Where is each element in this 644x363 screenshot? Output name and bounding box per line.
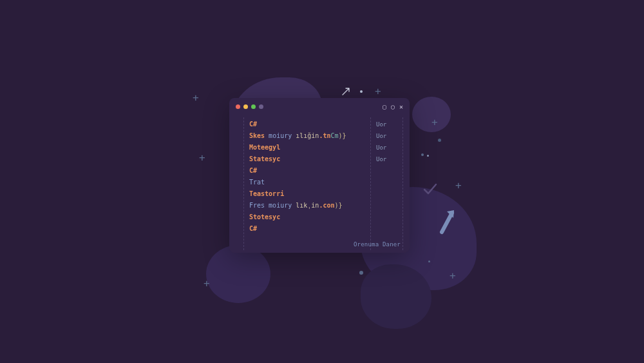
decorative-dot — [438, 139, 441, 142]
editor-body: C#Skes moiury ılığin.tnCm)}MoteegylState… — [229, 115, 410, 253]
arrow-icon — [438, 206, 452, 229]
code-line: Teastorri — [249, 188, 365, 200]
background-blob — [361, 264, 431, 329]
plus-icon: + — [204, 277, 210, 289]
window-titlebar: ▢ ○ ✕ — [229, 98, 410, 115]
decorative-dot — [359, 271, 363, 275]
minimize-icon[interactable]: ▢ — [383, 103, 386, 110]
code-column: C#Skes moiury ılığin.tnCm)}MoteegylState… — [243, 117, 371, 250]
close-icon[interactable]: ✕ — [399, 103, 403, 110]
code-line: C# — [249, 119, 365, 130]
code-line: Skes moiury ılığin.tnCm)} — [249, 130, 365, 142]
side-label: Uor — [376, 130, 402, 142]
plus-icon: + — [193, 92, 199, 104]
minimize-traffic-light[interactable] — [243, 104, 248, 109]
code-line: Statesyc — [249, 153, 365, 165]
plus-icon: + — [455, 179, 462, 191]
decorative-dot — [428, 260, 430, 262]
arrow-icon — [341, 86, 352, 98]
code-line: Stotesyc — [249, 211, 365, 223]
code-editor-window: ▢ ○ ✕ C#Skes moiury ılığin.tnCm)}Moteegy… — [229, 98, 410, 253]
code-line: Fres moiury lıkˌin.con)} — [249, 200, 365, 211]
close-traffic-light[interactable] — [236, 104, 240, 109]
decorative-dot — [427, 155, 429, 157]
traffic-lights — [236, 104, 263, 109]
code-line: Moteegyl — [249, 142, 365, 153]
plus-icon: + — [450, 270, 456, 282]
side-label: Uor — [376, 142, 402, 153]
decorative-dot — [360, 90, 363, 93]
background-blob — [206, 245, 270, 303]
decorative-dot — [421, 153, 424, 156]
code-line: C# — [249, 165, 365, 177]
plus-icon: + — [375, 85, 381, 97]
window-controls: ▢ ○ ✕ — [383, 103, 403, 110]
side-label: Uor — [376, 119, 402, 130]
maximize-traffic-light[interactable] — [251, 104, 256, 109]
checkmark-icon — [422, 181, 439, 201]
side-column: UorUorUorUor — [371, 117, 403, 250]
footer-label: Orenuma Daner — [354, 241, 401, 248]
plus-icon: + — [431, 116, 438, 128]
maximize-icon[interactable]: ○ — [391, 103, 395, 110]
plus-icon: + — [199, 152, 205, 164]
side-label: Uor — [376, 153, 402, 165]
code-line: Trat — [249, 177, 365, 188]
code-line: C# — [249, 223, 365, 235]
extra-traffic-light — [259, 104, 263, 109]
